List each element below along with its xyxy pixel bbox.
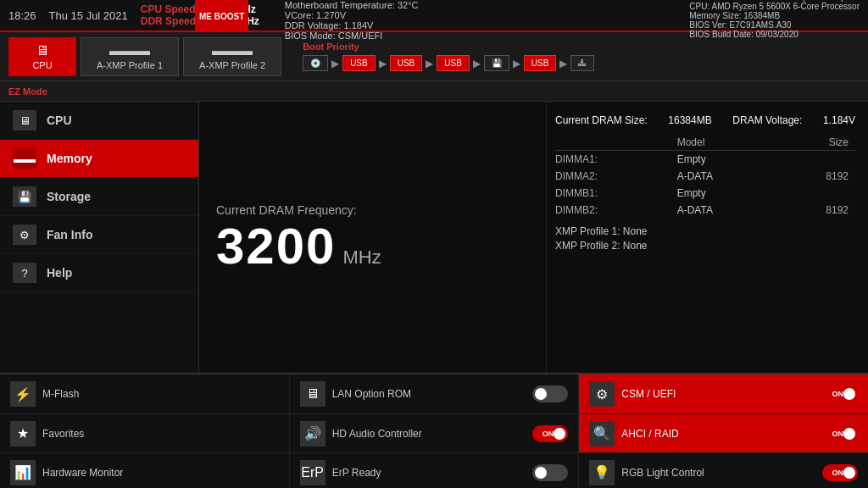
slot-model: Empty [677, 185, 782, 202]
boot-priority: Boot Priority 💿 ▶ USB ▶ USB ▶ USB ▶ 💾 ▶ … [303, 42, 594, 71]
dram-slot-row: DIMMA1: Empty [555, 151, 855, 169]
ddr-voltage-top: DDR Voltage: 1.184V [285, 20, 419, 30]
toggle-on-1-2[interactable]: ON [822, 425, 858, 442]
dram-slot-row: DIMMA2: A-DATA 8192 [555, 168, 855, 185]
sidebar-item-storage[interactable]: 💾 Storage [0, 178, 198, 216]
top-bar-temps: CPU Temperature: 33°C Motherboard Temper… [285, 0, 419, 41]
sidebar-memory-label: Memory [47, 152, 92, 165]
bottom-item-2-1[interactable]: ErP ErP Ready [290, 453, 580, 488]
bottom-item-icon-1-0: ★ [10, 421, 36, 446]
sidebar-item-help[interactable]: ? Help [0, 254, 198, 292]
top-bar-date: Thu 15 Jul 2021 [49, 9, 128, 22]
toggle-knob [843, 388, 855, 400]
ddr-speed-label: DDR Speed [141, 15, 196, 27]
boot-device-usb3[interactable]: USB [437, 55, 470, 71]
bottom-item-0-2[interactable]: ⚙ CSM / UEFI ON [579, 374, 868, 413]
boot-arrow-2: ▶ [379, 58, 387, 69]
dram-freq-display: 3200 MHz [216, 221, 529, 272]
bottom-item-label-2-1: ErP Ready [332, 467, 526, 479]
cpu-speed-label: CPU Speed [141, 3, 196, 15]
bottom-item-0-0[interactable]: ⚡ M-Flash [0, 374, 290, 413]
boot-device-net[interactable]: 🖧 [570, 55, 594, 71]
bottom-item-icon-0-2: ⚙ [589, 381, 615, 407]
toggle-on-1-1[interactable]: ON [532, 425, 568, 442]
slot-size [782, 185, 855, 202]
dram-freq-unit: MHz [342, 247, 381, 269]
memory-size-top: Memory Size: 16384MB [689, 11, 860, 20]
sidebar-cpu-label: CPU [47, 114, 72, 127]
bottom-item-label-0-2: CSM / UEFI [621, 388, 815, 400]
bottom-row-1: ★ Favorites 🔊 HD Audio Controller ON 🔍 A… [0, 413, 868, 452]
slot-size: 8192 [782, 168, 855, 185]
xmp2-value: None [623, 240, 648, 252]
sidebar-help-label: Help [47, 266, 72, 280]
boot-arrow-1: ▶ [331, 58, 339, 69]
right-panel: Current DRAM Size: 16384MB DRAM Voltage:… [546, 102, 868, 373]
bottom-item-1-1[interactable]: 🔊 HD Audio Controller ON [290, 414, 580, 452]
top-bar-info: MB: MAG B550 TOMAHAWK (MS-7C91) CPU: AMD… [689, 0, 860, 39]
main-layout: 🖥 CPU ▬▬ Memory 💾 Storage ⚙ Fan Info ? H… [0, 102, 868, 373]
cpu-tab-icon: 🖥 [36, 43, 49, 58]
bottom-item-label-0-1: LAN Option ROM [332, 388, 526, 400]
boot-device-usb4[interactable]: USB [524, 55, 557, 71]
bottom-item-1-2[interactable]: 🔍 AHCI / RAID ON [579, 414, 868, 452]
boot-arrow-4: ▶ [473, 58, 481, 69]
bottom-item-icon-2-2: 💡 [589, 460, 615, 485]
dram-slot-row: DIMMB2: A-DATA 8192 [555, 202, 855, 219]
fan-icon: ⚙ [13, 225, 36, 245]
boost-badge: ME BOOST [195, 0, 248, 32]
tab-cpu[interactable]: 🖥 CPU [8, 37, 76, 76]
toggle-label: ON [832, 469, 844, 477]
toggle-on-0-2[interactable]: ON [822, 385, 858, 402]
xmp-info: XMP Profile 1: None XMP Profile 2: None [555, 225, 855, 252]
sidebar-item-fan[interactable]: ⚙ Fan Info [0, 216, 198, 254]
xmp1-label: XMP Profile 1: [555, 225, 620, 237]
bottom-item-2-0[interactable]: 📊 Hardware Monitor [0, 453, 290, 488]
toggle-knob [535, 388, 547, 400]
bottom-item-2-2[interactable]: 💡 RGB Light Control ON [579, 453, 868, 488]
cpu-icon: 🖥 [13, 110, 36, 130]
boot-device-usb2[interactable]: USB [390, 55, 423, 71]
dram-size-value: 16384MB [668, 114, 711, 126]
bottom-item-label-2-0: Hardware Monitor [42, 467, 279, 479]
ez-mode-label: EZ Mode [8, 86, 47, 97]
sidebar-fan-label: Fan Info [47, 228, 92, 241]
tab-cpu-label: CPU [32, 60, 52, 70]
sidebar-item-cpu[interactable]: 🖥 CPU [0, 102, 198, 140]
bottom-item-0-1[interactable]: 🖥 LAN Option ROM [290, 374, 580, 413]
bottom-item-1-0[interactable]: ★ Favorites [0, 414, 290, 452]
ez-mode-bar: EZ Mode [0, 81, 868, 102]
top-bar-time: 18:26 [8, 9, 36, 22]
slot-name: DIMMB2: [555, 202, 677, 219]
toggle-knob [535, 467, 547, 479]
boot-arrow-5: ▶ [513, 58, 520, 69]
boot-device-hdd[interactable]: 💾 [484, 55, 509, 71]
slot-size [782, 151, 855, 169]
xmp2-label: XMP Profile 2: [555, 240, 620, 252]
boot-device-usb1[interactable]: USB [342, 55, 376, 71]
toggle-off-0-1[interactable] [532, 385, 568, 402]
toggle-knob [843, 428, 855, 440]
slot-size: 8192 [782, 202, 855, 219]
boot-priority-label: Boot Priority [303, 42, 594, 52]
toggle-on-2-2[interactable]: ON [822, 464, 858, 481]
dram-size-row: Current DRAM Size: 16384MB DRAM Voltage:… [555, 114, 855, 126]
sidebar-storage-label: Storage [47, 190, 91, 203]
bottom-item-label-2-2: RGB Light Control [621, 467, 815, 479]
boot-device-dvd[interactable]: 💿 [303, 55, 328, 71]
toggle-label: ON [542, 430, 554, 438]
bottom-item-icon-1-1: 🔊 [300, 421, 326, 446]
xmp2-row: XMP Profile 2: None [555, 240, 855, 252]
sidebar: 🖥 CPU ▬▬ Memory 💾 Storage ⚙ Fan Info ? H… [0, 102, 199, 373]
dram-voltage-label: DRAM Voltage: [732, 114, 802, 126]
tab-axmp1[interactable]: ▬▬▬ A-XMP Profile 1 [81, 37, 179, 76]
profile-bar: 🖥 CPU ▬▬▬ A-XMP Profile 1 ▬▬▬ A-XMP Prof… [0, 32, 868, 81]
storage-icon: 💾 [13, 186, 36, 207]
xmp1-row: XMP Profile 1: None [555, 225, 855, 237]
tab-axmp2[interactable]: ▬▬▬ A-XMP Profile 2 [183, 37, 281, 76]
toggle-knob [554, 428, 565, 440]
slot-name: DIMMA1: [555, 151, 677, 169]
sidebar-item-memory[interactable]: ▬▬ Memory [0, 140, 198, 178]
bottom-item-icon-0-1: 🖥 [300, 381, 326, 407]
toggle-off-2-1[interactable] [532, 464, 568, 481]
